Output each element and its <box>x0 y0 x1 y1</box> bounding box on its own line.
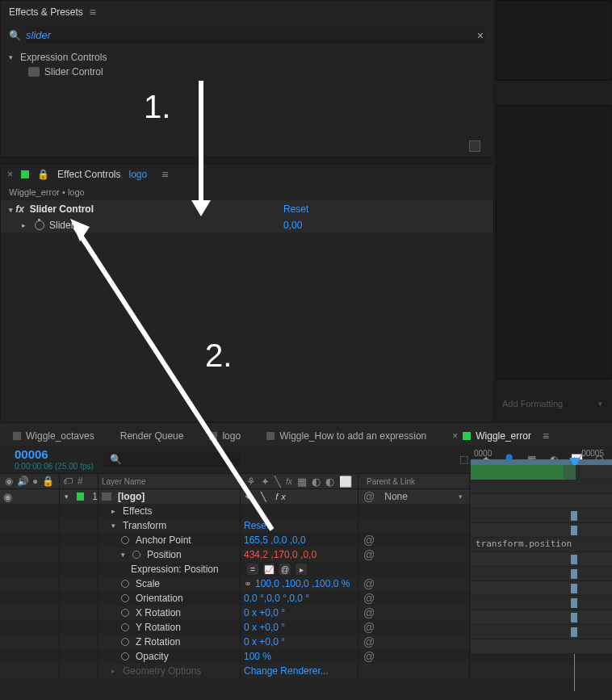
tab-wiggle-error[interactable]: ×Wiggle_error≡ <box>439 430 562 442</box>
stopwatch-icon[interactable] <box>121 594 129 602</box>
keyframe-icon[interactable] <box>571 569 577 579</box>
property-label: Slider <box>49 220 74 231</box>
frame-blend-icon: ▦ <box>297 476 307 488</box>
tab-logo[interactable]: logo <box>196 430 254 442</box>
close-tab-icon[interactable]: × <box>452 430 458 442</box>
preset-label: Slider Control <box>44 66 103 78</box>
tree-item-slider-control[interactable]: Slider Control <box>9 65 493 79</box>
stopwatch-icon[interactable] <box>132 551 140 559</box>
panel-title: Effects & Presets <box>9 6 83 18</box>
panel-menu-icon[interactable]: ≡ <box>543 430 549 442</box>
tree-category[interactable]: ▾ Expression Controls <box>9 50 493 65</box>
chevron-down-icon[interactable]: ▾ <box>459 493 469 501</box>
layer-name-header[interactable]: Layer Name <box>99 474 241 488</box>
track-area[interactable]: transform.position <box>471 465 612 654</box>
lock-icon[interactable]: 🔒 <box>37 169 49 180</box>
timeline-search[interactable]: 🔍 <box>103 452 241 467</box>
prop-value[interactable]: 100 % <box>244 651 271 662</box>
keyframe-icon[interactable] <box>571 613 577 622</box>
layer-color-icon <box>21 170 29 178</box>
pickwhip-icon[interactable]: @ <box>363 606 375 619</box>
pickwhip-icon[interactable]: @ <box>363 534 375 547</box>
keyframe-icon[interactable] <box>571 627 577 637</box>
tab-wiggle-howto[interactable]: Wiggle_How to add an expression <box>254 430 439 442</box>
chevron-right-icon[interactable]: ▸ <box>22 221 30 229</box>
parent-header[interactable]: Parent & Link <box>358 474 470 488</box>
search-icon: 🔍 <box>9 30 21 41</box>
new-bin-icon[interactable] <box>469 140 480 152</box>
chevron-down-icon[interactable]: ▾ <box>111 522 119 530</box>
clear-search-icon[interactable]: × <box>477 29 484 42</box>
stopwatch-icon[interactable] <box>121 609 129 617</box>
expression-toolbar: = 📈 @ ▸ <box>244 564 307 575</box>
3d-icon: ⬜ <box>339 476 352 488</box>
prop-value[interactable]: 0 x +0,0 ° <box>244 622 285 633</box>
prop-value[interactable]: 0 x +0,0 ° <box>244 636 285 648</box>
comp-flowchart-icon[interactable]: ⬚ <box>457 453 470 466</box>
pickwhip-icon[interactable]: @ <box>363 592 375 605</box>
prop-value[interactable]: 100,0 ,100,0 ,100,0 % <box>255 578 350 589</box>
group-label: Geometry Options <box>123 665 201 677</box>
current-time[interactable]: 00006 0:00:00:06 (25.00 fps) <box>0 447 97 472</box>
tab-render-queue[interactable]: Render Queue <box>107 430 197 442</box>
tab-wiggle-octaves[interactable]: Wiggle_octaves <box>0 430 107 442</box>
layer-name[interactable]: [logo] <box>118 491 145 502</box>
tab-label: Wiggle_How to add an expression <box>279 430 426 442</box>
solo-icon: ● <box>32 476 38 487</box>
chevron-right-icon[interactable]: ▸ <box>111 507 119 515</box>
collapse-icon: ✦ <box>261 476 270 488</box>
reset-button[interactable]: Reset <box>283 203 308 215</box>
keyframe-icon[interactable] <box>571 598 577 608</box>
stopwatch-icon[interactable] <box>121 536 129 544</box>
pickwhip-icon[interactable]: @ <box>363 621 375 634</box>
frame-number[interactable]: 00006 <box>15 447 97 462</box>
stopwatch-icon[interactable] <box>35 220 44 230</box>
search-input[interactable] <box>26 27 485 44</box>
close-tab-icon[interactable]: × <box>7 169 13 180</box>
stopwatch-icon[interactable] <box>121 652 129 660</box>
keyframe-icon[interactable] <box>571 511 577 521</box>
stopwatch-icon[interactable] <box>121 638 129 646</box>
prop-value[interactable]: 0,0 °,0,0 °,0,0 ° <box>244 593 309 604</box>
chevron-down-icon[interactable]: ▾ <box>9 53 17 61</box>
ruler-tick: 00005 <box>581 449 604 458</box>
panel-menu-icon[interactable]: ≡ <box>161 168 168 181</box>
pickwhip-icon[interactable]: @ <box>363 577 375 590</box>
expression-graph-icon[interactable]: 📈 <box>263 564 275 575</box>
keyframe-icon[interactable] <box>571 555 577 564</box>
chevron-down-icon[interactable]: ▾ <box>9 206 13 214</box>
add-formatting-button[interactable]: Add Formatting ▾ <box>496 396 609 412</box>
effect-controls-tabs: × 🔒 Effect Controls logo ≡ <box>1 165 493 184</box>
switches[interactable]: ⚘ ╲ fx <box>244 492 289 502</box>
expression-code[interactable]: transform.position <box>476 539 572 549</box>
link-icon[interactable]: ⚭ <box>244 578 252 589</box>
eye-icon[interactable]: ◉ <box>3 491 12 503</box>
prop-value[interactable]: 434,2 ,170,0 ,0,0 <box>244 549 316 560</box>
property-value[interactable]: 0,00 <box>283 220 302 231</box>
expression-language-icon[interactable]: ▸ <box>296 564 307 575</box>
panel-menu-icon[interactable]: ≡ <box>90 6 96 19</box>
prop-value[interactable]: 165,5 ,0,0 ,0,0 <box>244 534 306 546</box>
pickwhip-icon[interactable]: @ <box>363 650 375 663</box>
preview-panel-top <box>496 0 612 81</box>
change-renderer-link[interactable]: Change Renderer... <box>244 665 329 677</box>
stopwatch-icon[interactable] <box>121 623 129 631</box>
layer-color-icon[interactable] <box>77 493 84 501</box>
parent-dropdown[interactable]: None <box>384 491 408 502</box>
keyframe-icon[interactable] <box>571 584 577 593</box>
effect-header[interactable]: ▾ fx Slider Control Reset <box>1 200 493 218</box>
keyframe-icon[interactable] <box>571 526 577 535</box>
chevron-down-icon[interactable]: ▾ <box>121 551 129 559</box>
expression-pickwhip-icon[interactable]: @ <box>279 564 291 575</box>
effect-controls-layer[interactable]: logo <box>129 169 148 180</box>
pickwhip-icon[interactable]: @ <box>363 635 375 648</box>
prop-value[interactable]: 0 x +0,0 ° <box>244 607 285 618</box>
chevron-down-icon[interactable]: ▾ <box>65 493 72 501</box>
pickwhip-icon[interactable]: @ <box>363 490 375 503</box>
effects-presets-header: Effects & Presets ≡ <box>1 1 493 23</box>
category-label: Expression Controls <box>20 52 107 63</box>
reset-link[interactable]: Reset <box>244 520 269 531</box>
expression-enable-icon[interactable]: = <box>247 564 258 575</box>
pickwhip-icon[interactable]: @ <box>363 548 375 561</box>
stopwatch-icon[interactable] <box>121 580 129 588</box>
